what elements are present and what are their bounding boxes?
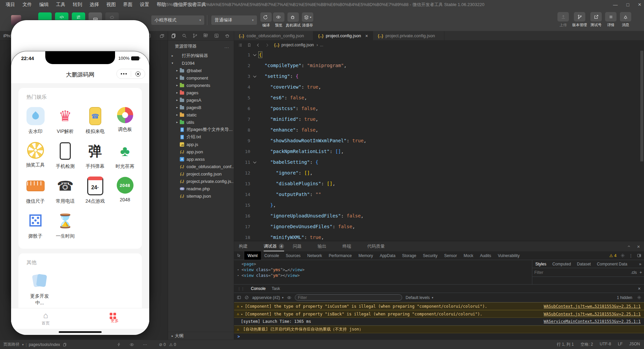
app-entry[interactable]: 微信尺子 bbox=[20, 177, 50, 204]
styles-tab[interactable]: Styles bbox=[532, 262, 549, 266]
tree-item[interactable]: app.json bbox=[168, 148, 234, 155]
app-entry[interactable]: 模拟来电 bbox=[80, 107, 110, 135]
console-filter-input[interactable] bbox=[298, 295, 399, 300]
tree-item[interactable]: app.wxss bbox=[168, 155, 234, 163]
page-path-select[interactable]: 页面路径▾ bbox=[3, 342, 24, 347]
tree-item[interactable]: ▸ utils bbox=[168, 118, 234, 126]
devtools-tab[interactable]: Audits bbox=[477, 251, 494, 260]
tree-item[interactable]: ▾ D1094 bbox=[168, 59, 234, 67]
app-entry[interactable]: 调色板 bbox=[110, 107, 140, 135]
console-message[interactable]: [system] Launch Time: 1365 ms WAServiceM… bbox=[234, 318, 644, 326]
devtools-tab[interactable]: Sensor bbox=[441, 251, 460, 260]
devtools-tab[interactable]: Vulnerability bbox=[494, 251, 523, 260]
compile-select[interactable]: 普通编译▾ bbox=[211, 15, 257, 25]
extensions-icon[interactable] bbox=[200, 33, 211, 38]
app-entry[interactable]: 24点游戏 bbox=[80, 177, 110, 204]
expand-arrow-icon[interactable]: ▸ bbox=[175, 98, 179, 102]
current-page-path[interactable]: pages/tools/index bbox=[29, 342, 60, 347]
back-arrow-icon[interactable] bbox=[256, 43, 260, 47]
styles-tab[interactable]: Component Data bbox=[594, 262, 630, 266]
editor-tab[interactable]: {..} project.private.config.json bbox=[373, 31, 444, 40]
styles-filter-input[interactable] bbox=[534, 270, 628, 275]
tree-item[interactable]: app.js bbox=[168, 141, 234, 148]
console-settings-icon[interactable] bbox=[637, 295, 641, 300]
devtools-tab[interactable]: AppData bbox=[376, 251, 399, 260]
expand-arrow-icon[interactable]: ▸ bbox=[175, 76, 179, 80]
fold-chevron-icon[interactable] bbox=[253, 160, 256, 163]
action-button[interactable]: 预览 bbox=[273, 12, 284, 28]
menu-item[interactable]: 界面 bbox=[119, 0, 136, 9]
more-tabs-icon[interactable]: » bbox=[639, 262, 644, 266]
more-dots-icon[interactable] bbox=[117, 73, 131, 74]
app-entry-more[interactable]: 更多开发中... bbox=[24, 271, 55, 306]
tree-item[interactable]: ▸ components bbox=[168, 82, 234, 89]
add-style-button[interactable]: + bbox=[639, 270, 642, 275]
action-button[interactable]: ▾ 清缓存 bbox=[302, 12, 313, 28]
sourcemap-icon[interactable] bbox=[211, 33, 222, 38]
styles-tab[interactable]: Computed bbox=[549, 262, 574, 266]
bookmark-icon[interactable] bbox=[247, 43, 251, 47]
toolbar-right-button[interactable]: 版本管理 bbox=[572, 12, 587, 28]
minimize-icon[interactable]: — bbox=[613, 2, 618, 7]
toolbar-right-button[interactable]: 测试号 bbox=[590, 12, 602, 28]
mode-select[interactable]: 小程序模式▾ bbox=[151, 15, 204, 25]
devtools-tab[interactable]: Wxml bbox=[244, 251, 261, 260]
console-message[interactable]: ⚠ [自动热重载] 已开启代码文件保存后自动热重载（不支持 json） bbox=[234, 326, 644, 333]
devtools-tab[interactable]: Storage bbox=[399, 251, 420, 260]
styles-tab[interactable]: Dataset bbox=[574, 262, 594, 266]
console-message[interactable]: ⚠ ▸ [Component] the type of property "is… bbox=[234, 310, 644, 318]
tree-item[interactable]: 把pages整个文件夹导... bbox=[168, 126, 234, 133]
close-panel-icon[interactable]: × bbox=[637, 244, 640, 249]
forward-arrow-icon[interactable] bbox=[265, 43, 269, 47]
gear-icon[interactable] bbox=[621, 253, 625, 258]
collapse-panel-icon[interactable] bbox=[627, 244, 631, 248]
action-button[interactable]: 真机调试 bbox=[286, 12, 301, 28]
wxml-tree[interactable]: <page> ▸ <view class="yms">…</view> ▸ <v… bbox=[234, 260, 532, 284]
more-icon[interactable]: ⋯ bbox=[143, 342, 148, 347]
wxml-node[interactable]: <page> bbox=[237, 261, 532, 267]
drag-handle-icon[interactable]: ⋮⋮ bbox=[237, 287, 245, 291]
capsule-menu[interactable] bbox=[116, 69, 145, 79]
cls-button[interactable]: .cls bbox=[631, 270, 637, 275]
close-console-icon[interactable]: × bbox=[638, 286, 641, 291]
wxml-node[interactable]: ▸ <view class="yms">…</view> bbox=[237, 267, 532, 272]
action-button[interactable]: 编译 bbox=[260, 12, 272, 28]
expand-arrow-icon[interactable]: ▸ bbox=[175, 69, 179, 72]
devtools-tab[interactable]: Performance bbox=[325, 251, 355, 260]
tree-item[interactable]: project.config.json bbox=[168, 170, 234, 178]
editor-scrollbar[interactable] bbox=[640, 51, 643, 161]
encoding[interactable]: UTF-8 bbox=[600, 342, 611, 347]
language-mode[interactable]: JSON bbox=[629, 342, 640, 347]
dock-side-icon[interactable] bbox=[637, 253, 641, 258]
outline-section[interactable]: ▸ 大纲 bbox=[168, 332, 234, 340]
console-tab[interactable]: Task bbox=[272, 285, 280, 293]
expand-arrow-icon[interactable]: ▸ bbox=[170, 54, 175, 57]
app-entry[interactable]: 手机检测 bbox=[50, 142, 80, 169]
teapot-icon[interactable] bbox=[222, 33, 232, 38]
app-entry[interactable]: 一生时间 bbox=[50, 212, 80, 239]
indent-setting[interactable]: 空格: 2 bbox=[581, 342, 593, 347]
fold-chevron-icon[interactable] bbox=[253, 74, 256, 78]
expand-arrow-icon[interactable]: ▸ bbox=[175, 106, 179, 109]
phone-simulator[interactable]: 22:44 100% 大鹏源码网 热门娱乐 bbox=[11, 51, 149, 335]
mode-button[interactable]: 模拟器 bbox=[38, 12, 52, 28]
expand-arrow-icon[interactable]: ▸ bbox=[175, 120, 179, 124]
hidden-count[interactable]: 1 hidden bbox=[617, 295, 632, 300]
devtools-tab[interactable]: Mock bbox=[460, 251, 477, 260]
eol-setting[interactable]: LF bbox=[618, 342, 623, 347]
kebab-menu-icon[interactable]: ⋮ bbox=[629, 253, 633, 258]
warning-count-badge[interactable]: ⚠4 bbox=[609, 253, 616, 258]
app-entry[interactable]: 常用电话 bbox=[50, 177, 80, 204]
console-prompt[interactable]: > bbox=[234, 333, 644, 340]
devtools-tab[interactable]: Memory bbox=[355, 251, 376, 260]
devtools-tab[interactable]: Console bbox=[261, 251, 282, 260]
devtools-tab[interactable]: Network bbox=[304, 251, 325, 260]
toolbar-right-button[interactable]: 上传 bbox=[557, 12, 569, 28]
menu-item[interactable]: 视图 bbox=[103, 0, 119, 9]
code-area[interactable]: 1 { 2 "compileType": "miniprogram", 3 bbox=[234, 49, 644, 241]
tree-item[interactable]: ▸ 打开的编辑器 bbox=[168, 52, 234, 59]
app-entry[interactable]: 抽奖工具 bbox=[20, 142, 50, 169]
close-icon[interactable]: × bbox=[638, 1, 641, 8]
tab-more[interactable]: 更多 bbox=[80, 308, 149, 329]
app-entry[interactable]: 时光荏苒 bbox=[110, 142, 140, 169]
